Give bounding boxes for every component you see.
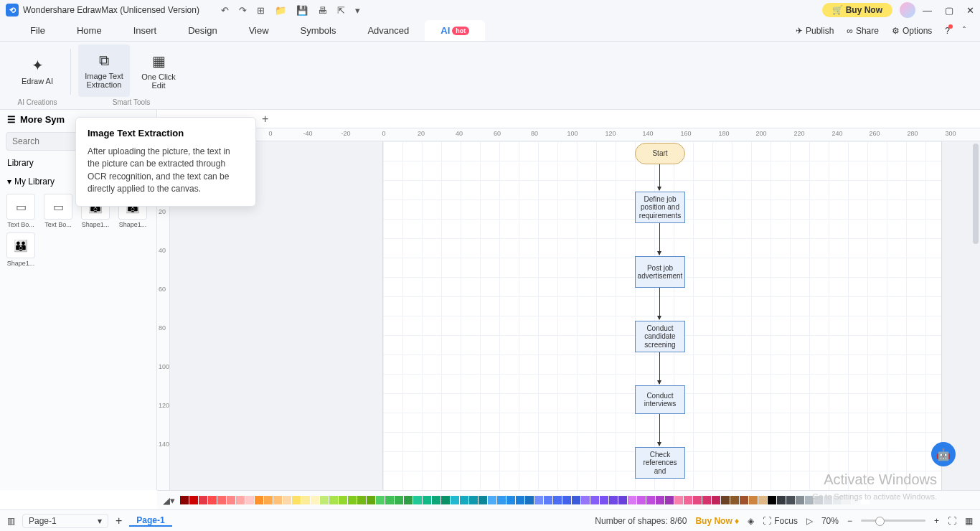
- color-swatch[interactable]: [339, 496, 347, 504]
- paint-bucket-icon[interactable]: ◢▾: [163, 495, 175, 506]
- layers-button[interactable]: ◈: [748, 516, 754, 526]
- color-swatch[interactable]: [469, 496, 478, 504]
- collapse-ribbon-button[interactable]: ˆ: [963, 26, 966, 36]
- doc-tab-add-button[interactable]: +: [262, 113, 268, 126]
- tab-design[interactable]: Design: [172, 20, 232, 41]
- flowchart-node-2[interactable]: Post job advertisement: [635, 256, 685, 288]
- tab-symbols[interactable]: Symbols: [285, 20, 352, 41]
- color-swatch[interactable]: [684, 496, 692, 504]
- color-swatch[interactable]: [693, 496, 702, 504]
- color-swatch[interactable]: [525, 496, 534, 504]
- color-swatch[interactable]: [646, 496, 655, 504]
- undo-icon[interactable]: ↶: [221, 5, 229, 16]
- color-swatch[interactable]: [329, 496, 338, 504]
- color-swatch[interactable]: [637, 496, 646, 504]
- pages-panel-icon[interactable]: ▥: [7, 516, 15, 526]
- tab-view[interactable]: View: [233, 20, 285, 41]
- flowchart-node-4[interactable]: Conduct interviews: [635, 385, 685, 414]
- presentation-button[interactable]: ▷: [806, 516, 813, 526]
- color-swatch[interactable]: [833, 496, 842, 504]
- color-swatch[interactable]: [749, 496, 758, 504]
- color-swatch[interactable]: [404, 496, 413, 504]
- page-selector[interactable]: Page-1 ▾: [22, 514, 108, 528]
- color-swatch[interactable]: [721, 496, 730, 504]
- color-swatch[interactable]: [385, 496, 394, 504]
- close-button[interactable]: ✕: [966, 5, 974, 16]
- color-swatch[interactable]: [451, 496, 459, 504]
- flowchart-node-5[interactable]: Check references and: [635, 447, 685, 479]
- color-swatch[interactable]: [479, 496, 487, 504]
- color-swatch[interactable]: [609, 496, 618, 504]
- publish-button[interactable]: ✈Publish: [796, 26, 834, 36]
- color-swatch[interactable]: [814, 496, 823, 504]
- color-swatch[interactable]: [208, 496, 217, 504]
- color-swatch[interactable]: [712, 496, 720, 504]
- color-swatch[interactable]: [824, 496, 832, 504]
- tab-insert[interactable]: Insert: [118, 20, 173, 41]
- color-swatch[interactable]: [441, 496, 450, 504]
- buy-now-link[interactable]: Buy Now ♦: [695, 516, 739, 526]
- color-swatch[interactable]: [852, 496, 860, 504]
- color-swatch[interactable]: [180, 496, 189, 504]
- color-swatch[interactable]: [842, 496, 851, 504]
- color-swatch[interactable]: [273, 496, 282, 504]
- color-swatch[interactable]: [553, 496, 562, 504]
- shape-item[interactable]: 👪Shape1...: [4, 232, 37, 267]
- page-tab[interactable]: Page-1: [129, 515, 171, 527]
- color-swatch[interactable]: [497, 496, 506, 504]
- image-text-extraction-button[interactable]: ⧉ Image Text Extraction: [78, 44, 130, 97]
- chat-fab-button[interactable]: 🤖: [931, 442, 956, 466]
- export-icon[interactable]: ⇱: [337, 5, 345, 16]
- maximize-button[interactable]: ▢: [945, 5, 953, 16]
- color-swatch[interactable]: [600, 496, 608, 504]
- flowchart-node-1[interactable]: Define job position and requirements: [635, 192, 685, 223]
- edraw-ai-button[interactable]: ✦ Edraw AI: [11, 44, 63, 97]
- color-swatch[interactable]: [432, 496, 440, 504]
- color-swatch[interactable]: [283, 496, 291, 504]
- open-icon[interactable]: 📁: [275, 5, 286, 16]
- one-click-edit-button[interactable]: ▦ One Click Edit: [133, 44, 184, 97]
- zoom-out-button[interactable]: −: [847, 516, 852, 526]
- color-swatch[interactable]: [861, 496, 870, 504]
- color-swatch[interactable]: [805, 496, 814, 504]
- color-swatch[interactable]: [199, 496, 207, 504]
- color-swatch[interactable]: [264, 496, 273, 504]
- color-swatch[interactable]: [367, 496, 375, 504]
- color-swatch[interactable]: [301, 496, 310, 504]
- color-swatch[interactable]: [236, 496, 245, 504]
- color-swatch[interactable]: [562, 496, 571, 504]
- color-swatch[interactable]: [665, 496, 674, 504]
- print-icon[interactable]: 🖶: [318, 5, 327, 16]
- color-swatch[interactable]: [376, 496, 385, 504]
- tab-ai[interactable]: AI hot: [425, 20, 485, 41]
- color-swatch[interactable]: [618, 496, 627, 504]
- shape-item[interactable]: ▭Text Bo...: [42, 194, 75, 228]
- zoom-in-button[interactable]: +: [934, 516, 939, 526]
- color-swatch[interactable]: [656, 496, 664, 504]
- color-swatch[interactable]: [311, 496, 319, 504]
- tab-file[interactable]: File: [14, 20, 61, 41]
- fullscreen-button[interactable]: ▦: [965, 516, 973, 526]
- color-swatch[interactable]: [544, 496, 552, 504]
- color-swatch[interactable]: [730, 496, 739, 504]
- color-swatch[interactable]: [534, 496, 543, 504]
- buy-now-button[interactable]: 🛒 Buy Now: [822, 3, 892, 17]
- color-swatch[interactable]: [320, 496, 329, 504]
- redo-icon[interactable]: ↷: [239, 5, 247, 16]
- new-icon[interactable]: ⊞: [257, 5, 265, 16]
- share-button[interactable]: ∞Share: [847, 26, 879, 36]
- save-icon[interactable]: 💾: [296, 5, 308, 16]
- user-avatar[interactable]: [900, 2, 915, 18]
- zoom-slider[interactable]: [861, 520, 925, 522]
- add-page-button[interactable]: +: [116, 514, 122, 527]
- color-swatch[interactable]: [590, 496, 599, 504]
- color-swatch[interactable]: [777, 496, 786, 504]
- fit-page-button[interactable]: ⛶: [948, 516, 956, 526]
- color-swatch[interactable]: [796, 496, 804, 504]
- color-swatch[interactable]: [292, 496, 301, 504]
- shape-item[interactable]: ▭Text Bo...: [4, 194, 37, 228]
- color-swatch[interactable]: [572, 496, 580, 504]
- help-button[interactable]: ?: [945, 26, 950, 36]
- canvas-viewport[interactable]: Start Define job position and requiremen…: [170, 141, 980, 490]
- flowchart-start-node[interactable]: Start: [635, 143, 685, 164]
